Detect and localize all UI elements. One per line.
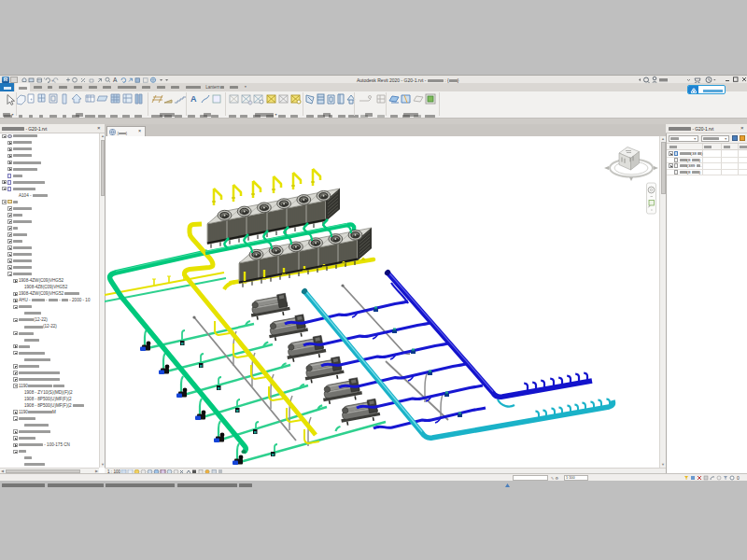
svg-text:0: 0	[737, 475, 740, 481]
svg-text:A: A	[190, 94, 197, 104]
svg-text:A: A	[113, 77, 118, 83]
